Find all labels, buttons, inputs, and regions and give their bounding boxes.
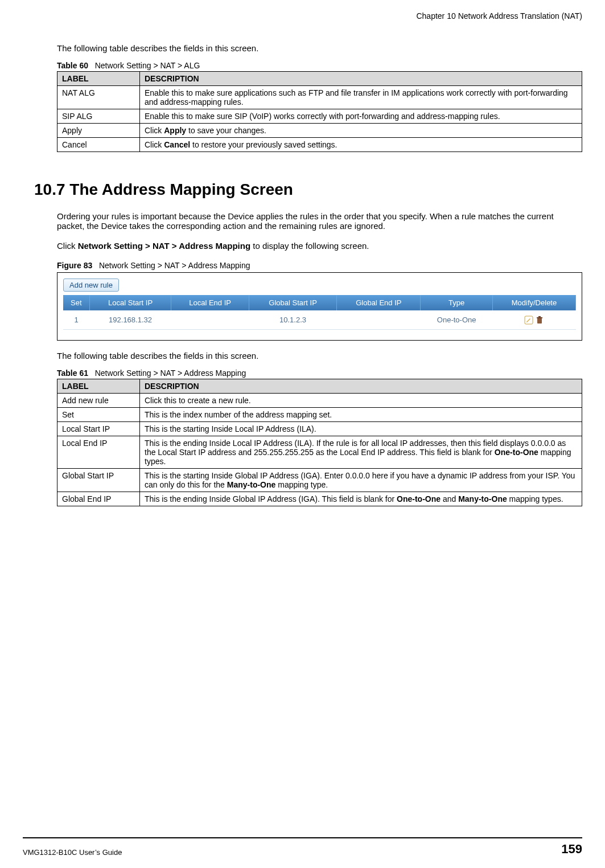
figure83-screenshot: Add new rule Set Local Start IP Local En… bbox=[57, 272, 582, 341]
table61: LABEL DESCRIPTION Add new ruleClick this… bbox=[57, 379, 582, 506]
edit-icon[interactable] bbox=[524, 316, 533, 325]
cell-local-end bbox=[171, 310, 249, 329]
delete-icon[interactable] bbox=[535, 316, 544, 325]
svg-rect-2 bbox=[537, 317, 542, 318]
table60: LABEL DESCRIPTION NAT ALGEnable this to … bbox=[57, 71, 582, 152]
cell-description: Enable this to make sure applications su… bbox=[140, 86, 582, 109]
footer-page-number: 159 bbox=[561, 842, 582, 857]
col-local-end-ip: Local End IP bbox=[171, 295, 249, 310]
table61-head-label: LABEL bbox=[57, 379, 140, 393]
cell-global-end bbox=[337, 310, 421, 329]
cell-type: One-to-One bbox=[421, 310, 492, 329]
cell-label: Set bbox=[57, 407, 140, 421]
table60-head-desc: DESCRIPTION bbox=[140, 72, 582, 86]
cell-description: This is the starting Inside Local IP Add… bbox=[140, 421, 582, 436]
add-new-rule-button[interactable]: Add new rule bbox=[63, 279, 119, 292]
cell-label: Global End IP bbox=[57, 492, 140, 506]
table-row: SetThis is the index number of the addre… bbox=[57, 407, 582, 421]
table60-caption-text: Network Setting > NAT > ALG bbox=[95, 61, 200, 70]
cell-description: Enable this to make sure SIP (VoIP) work… bbox=[140, 109, 582, 124]
table-row: Local End IPThis is the ending Inside Lo… bbox=[57, 436, 582, 468]
table-row: SIP ALGEnable this to make sure SIP (VoI… bbox=[57, 109, 582, 124]
table-row: Local Start IPThis is the starting Insid… bbox=[57, 421, 582, 436]
intro-text-1: The following table describes the fields… bbox=[57, 43, 582, 53]
table-row: ApplyClick Apply to save your changes. bbox=[57, 124, 582, 138]
table-row: NAT ALGEnable this to make sure applicat… bbox=[57, 86, 582, 109]
cell-description: This is the starting Inside Global IP Ad… bbox=[140, 468, 582, 492]
cell-label: SIP ALG bbox=[57, 109, 140, 124]
cell-description: Click Cancel to restore your previously … bbox=[140, 138, 582, 152]
intro-text-2: The following table describes the fields… bbox=[57, 351, 582, 361]
col-set: Set bbox=[63, 295, 89, 310]
page-footer: VMG1312-B10C User’s Guide 159 bbox=[23, 837, 582, 857]
table60-head-label: LABEL bbox=[57, 72, 140, 86]
paragraph-click-path: Click Network Setting > NAT > Address Ma… bbox=[57, 241, 582, 251]
cell-label: NAT ALG bbox=[57, 86, 140, 109]
col-type: Type bbox=[421, 295, 492, 310]
para2-pre: Click bbox=[57, 241, 78, 251]
col-modify-delete: Modify/Delete bbox=[492, 295, 575, 310]
cell-description: This is the ending Inside Local IP Addre… bbox=[140, 436, 582, 468]
footer-guide-name: VMG1312-B10C User’s Guide bbox=[23, 848, 122, 857]
table61-caption-text: Network Setting > NAT > Address Mapping bbox=[95, 369, 246, 378]
table-row: CancelClick Cancel to restore your previ… bbox=[57, 138, 582, 152]
cell-label: Cancel bbox=[57, 138, 140, 152]
cell-label: Local End IP bbox=[57, 436, 140, 468]
cell-label: Apply bbox=[57, 124, 140, 138]
table-row: 1 192.168.1.32 10.1.2.3 One-to-One bbox=[63, 310, 576, 329]
table60-caption-prefix: Table 60 bbox=[57, 61, 88, 70]
table61-caption: Table 61 Network Setting > NAT > Address… bbox=[57, 369, 582, 378]
cell-label: Global Start IP bbox=[57, 468, 140, 492]
chapter-header: Chapter 10 Network Address Translation (… bbox=[57, 11, 582, 21]
cell-description: This is the ending Inside Global IP Addr… bbox=[140, 492, 582, 506]
figure83-caption: Figure 83 Network Setting > NAT > Addres… bbox=[57, 261, 582, 270]
table-row: Add new ruleClick this to create a new r… bbox=[57, 393, 582, 407]
table-row: Global Start IPThis is the starting Insi… bbox=[57, 468, 582, 492]
paragraph-ordering: Ordering your rules is important because… bbox=[57, 211, 582, 231]
cell-description: This is the index number of the address … bbox=[140, 407, 582, 421]
col-global-end-ip: Global End IP bbox=[337, 295, 421, 310]
table60-caption: Table 60 Network Setting > NAT > ALG bbox=[57, 61, 582, 70]
table61-caption-prefix: Table 61 bbox=[57, 369, 88, 378]
figure83-caption-prefix: Figure 83 bbox=[57, 261, 92, 270]
cell-modify-delete bbox=[492, 310, 575, 329]
svg-rect-3 bbox=[538, 316, 541, 317]
col-global-start-ip: Global Start IP bbox=[249, 295, 336, 310]
figure83-caption-text: Network Setting > NAT > Address Mapping bbox=[99, 261, 250, 270]
para2-post: to display the following screen. bbox=[250, 241, 369, 251]
table-row: Global End IPThis is the ending Inside G… bbox=[57, 492, 582, 506]
para2-bold: Network Setting > NAT > Address Mapping bbox=[78, 241, 250, 251]
cell-description: Click this to create a new rule. bbox=[140, 393, 582, 407]
cell-label: Add new rule bbox=[57, 393, 140, 407]
address-mapping-table: Set Local Start IP Local End IP Global S… bbox=[63, 295, 576, 330]
section-heading-10-7: 10.7 The Address Mapping Screen bbox=[34, 181, 582, 199]
cell-local-start: 192.168.1.32 bbox=[89, 310, 171, 329]
col-local-start-ip: Local Start IP bbox=[89, 295, 171, 310]
cell-label: Local Start IP bbox=[57, 421, 140, 436]
cell-global-start: 10.1.2.3 bbox=[249, 310, 336, 329]
cell-description: Click Apply to save your changes. bbox=[140, 124, 582, 138]
svg-rect-1 bbox=[537, 318, 542, 324]
cell-set: 1 bbox=[63, 310, 89, 329]
table61-head-desc: DESCRIPTION bbox=[140, 379, 582, 393]
